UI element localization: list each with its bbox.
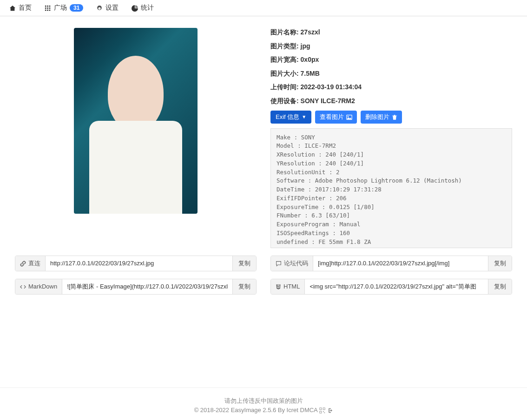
copy-markdown-button[interactable]: 复制 <box>232 279 256 294</box>
delete-button[interactable]: 删除图片 <box>361 111 402 124</box>
exif-panel: Make : SONY Model : ILCE-7RM2 XResolutio… <box>270 128 512 248</box>
info-dimensions: 图片宽高: 0x0px <box>270 55 512 65</box>
trash-icon <box>392 113 397 120</box>
html-link-group: HTML 复制 <box>270 279 512 295</box>
svg-rect-7 <box>47 10 48 11</box>
copy-bbcode-button[interactable]: 复制 <box>488 256 512 271</box>
svg-rect-16 <box>324 413 325 413</box>
nav-settings-label: 设置 <box>105 4 119 12</box>
image-preview[interactable] <box>74 28 198 214</box>
svg-point-9 <box>99 7 100 9</box>
svg-rect-3 <box>45 7 46 9</box>
bbcode-link-label: 论坛代码 <box>271 256 313 271</box>
exif-button-label: Exif 信息 <box>276 113 299 121</box>
info-type: 图片类型: jpg <box>270 42 512 51</box>
grid-icon <box>45 4 51 12</box>
copy-direct-button[interactable]: 复制 <box>232 256 256 271</box>
image-column <box>15 28 257 248</box>
pie-chart-icon <box>132 4 138 12</box>
html-link-label: HTML <box>271 279 305 294</box>
info-size: 图片大小: 7.5MB <box>270 69 512 79</box>
svg-rect-15 <box>323 412 324 413</box>
markdown-link-group: MarkDown 复制 <box>15 279 257 295</box>
footer: 请勿上传违反中国政策的图片 © 2018-2022 EasyImage 2.5.… <box>0 387 527 420</box>
nav-square-label: 广场 <box>54 4 67 12</box>
direct-link-input[interactable] <box>46 256 232 271</box>
copy-html-button[interactable]: 复制 <box>488 279 512 294</box>
navbar: 首页 广场 31 设置 统计 <box>0 0 527 16</box>
comment-icon <box>276 260 282 267</box>
footer-copyright: © 2018-2022 EasyImage 2.5.6 By Icret DMC… <box>0 406 527 415</box>
svg-rect-0 <box>45 6 46 7</box>
image-icon <box>346 113 352 120</box>
bbcode-link-group: 论坛代码 复制 <box>270 256 512 271</box>
caret-down-icon: ▼ <box>302 114 306 119</box>
info-column: 图片名称: 27szxl 图片类型: jpg 图片宽高: 0x0px 图片大小:… <box>270 28 512 248</box>
direct-link-label: 直连 <box>15 256 46 271</box>
square-badge: 31 <box>70 4 83 12</box>
svg-rect-6 <box>45 10 46 11</box>
html5-icon <box>276 283 281 290</box>
html-link-input[interactable] <box>305 279 488 294</box>
markdown-link-input[interactable] <box>62 279 232 294</box>
svg-rect-2 <box>49 6 51 7</box>
svg-rect-13 <box>323 408 325 410</box>
delete-button-label: 删除图片 <box>365 113 389 121</box>
svg-point-11 <box>348 116 349 117</box>
link-icon <box>20 260 26 267</box>
nav-stats-label: 统计 <box>141 4 154 12</box>
signout-icon[interactable] <box>327 407 333 413</box>
info-device: 使用设备: SONY ILCE-7RM2 <box>270 97 512 106</box>
svg-rect-14 <box>320 412 322 413</box>
info-name: 图片名称: 27szxl <box>270 28 512 37</box>
info-time: 上传时间: 2022-03-19 01:34:04 <box>270 83 512 92</box>
button-row: Exif 信息 ▼ 查看图片 删除图片 <box>270 111 512 124</box>
svg-rect-4 <box>47 7 48 9</box>
bbcode-link-input[interactable] <box>313 256 488 271</box>
gear-icon <box>96 4 103 12</box>
nav-settings[interactable]: 设置 <box>96 4 119 12</box>
svg-rect-1 <box>47 6 48 7</box>
code-icon <box>20 283 26 290</box>
svg-rect-5 <box>49 7 51 9</box>
nav-square[interactable]: 广场 31 <box>45 4 83 12</box>
nav-home[interactable]: 首页 <box>9 4 32 12</box>
view-button-label: 查看图片 <box>320 113 344 121</box>
nav-stats[interactable]: 统计 <box>132 4 154 12</box>
svg-rect-12 <box>320 408 322 410</box>
nav-home-label: 首页 <box>19 4 32 12</box>
view-button[interactable]: 查看图片 <box>315 111 357 124</box>
qr-icon[interactable] <box>319 407 325 413</box>
home-icon <box>9 4 16 12</box>
direct-link-group: 直连 复制 <box>15 256 257 271</box>
markdown-link-label: MarkDown <box>15 279 62 294</box>
svg-rect-8 <box>49 10 51 11</box>
exif-button[interactable]: Exif 信息 ▼ <box>270 111 311 124</box>
footer-notice: 请勿上传违反中国政策的图片 <box>0 396 527 406</box>
